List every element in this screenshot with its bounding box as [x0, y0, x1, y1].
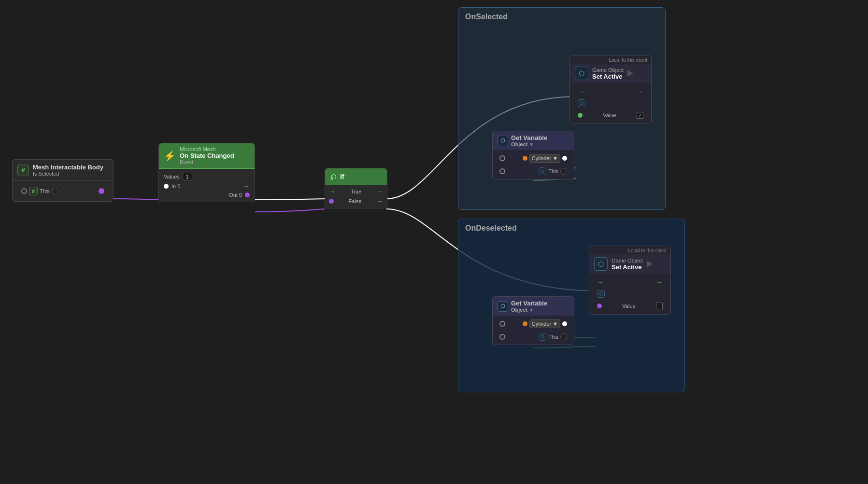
setactive1-out-arrow: →	[637, 88, 643, 96]
getvar1-cylinder-label: Cylinder	[532, 155, 551, 161]
getvar1-port1	[499, 155, 505, 161]
getvar2-cylinder-label: Cylinder	[532, 321, 551, 327]
setactive1-play	[627, 70, 633, 77]
if-true-left-arrow: →	[329, 188, 336, 195]
if-title: If	[340, 173, 344, 180]
mesh-this-label: This	[40, 188, 50, 194]
ondeselected-setactive-header: ⬡ Game Object Set Active	[589, 254, 670, 274]
if-false-right-arrow: →	[376, 197, 383, 205]
setactive1-obj-icon: ⬡	[578, 99, 585, 107]
getvar-icon-2: ⬡	[498, 301, 508, 312]
setactive2-value-label: Value	[622, 303, 635, 309]
msm-arrow-right: →	[243, 182, 250, 190]
getvar1-type: Object	[511, 141, 527, 147]
getvar2-this-dot	[560, 333, 567, 340]
onselected-setactive-node: Local to this client ⬡ Game Object Set A…	[569, 55, 652, 124]
mesh-this-dot	[52, 188, 58, 194]
setactive1-label2: Set Active	[592, 73, 624, 80]
getvar1-this-label: This	[548, 168, 558, 174]
if-true-right-arrow: →	[376, 188, 383, 195]
setactive2-purple-port	[597, 304, 602, 308]
setactive1-label1: Game Object	[592, 67, 624, 73]
mesh-interactable-header: # Mesh Interactable Body Is Selected	[13, 160, 113, 181]
getvar1-port2	[499, 168, 505, 174]
getvar1-dropdown-arrow[interactable]: ▼	[529, 142, 534, 147]
setactive2-obj-icon: ⬡	[597, 290, 605, 298]
getvar2-port2	[499, 334, 505, 340]
refresh-icon: ↻	[330, 171, 337, 182]
mesh-subtitle: Is Selected	[33, 171, 103, 177]
microsoft-mesh-node: ⚡ Microsoft Mesh On State Changed Event …	[158, 143, 255, 202]
getvar2-dropdown-arrow[interactable]: ▼	[529, 307, 534, 313]
msm-subtitle: Event	[180, 159, 234, 165]
ondeselected-local-label: Local to this client	[589, 246, 670, 254]
getvar2-body: Cylinder ▼ ⬡ This	[493, 316, 574, 345]
setactive2-label2: Set Active	[612, 263, 643, 271]
getvar1-white-port	[562, 156, 567, 161]
values-count: 1	[183, 173, 192, 180]
msm-in-label: In 0	[171, 183, 180, 189]
mesh-interactable-node: # Mesh Interactable Body Is Selected # T…	[12, 159, 114, 202]
if-false-label: False	[349, 198, 362, 204]
msm-in-port	[164, 184, 169, 189]
ondeselected-getvar-node: ⬡ Get Variable Object ▼	[492, 296, 574, 345]
mesh-out-port	[99, 188, 104, 194]
setactive2-out-arrow: →	[656, 278, 663, 286]
msm-body: Values 1 In 0 → Out 0	[159, 169, 255, 202]
lightning-icon: ⚡	[164, 150, 176, 162]
setactive1-body: → → ⬡ Value ✓	[570, 83, 651, 124]
onselected-getvar-header: ⬡ Get Variable Object ▼	[493, 131, 574, 150]
setactive2-checkbox[interactable]	[656, 303, 663, 309]
getvar2-cylinder-arrow: ▼	[553, 321, 558, 327]
mesh-in-port	[21, 188, 27, 194]
onselected-label: OnSelected	[458, 8, 665, 26]
setactive1-in-arrow: →	[578, 88, 584, 96]
if-node: ↻ If → True → False →	[325, 168, 387, 208]
getvar1-cylinder-arrow: ▼	[553, 155, 558, 161]
getvar2-box-icon: ⬡	[539, 333, 546, 341]
setactive2-play	[647, 261, 653, 267]
getvar2-orange-port	[523, 321, 527, 326]
if-true-label: True	[351, 189, 361, 194]
setactive2-body: → → ⬡ Value	[589, 274, 670, 314]
onselected-local-label: Local to this client	[570, 55, 651, 64]
ondeselected-setactive-node: Local to this client ⬡ Game Object Set A…	[589, 246, 671, 315]
setactive1-value-label: Value	[603, 112, 616, 118]
if-header: ↻ If	[325, 168, 387, 185]
getvar1-title: Get Variable	[511, 134, 547, 141]
getvar2-cylinder-dropdown[interactable]: Cylinder ▼	[529, 319, 560, 328]
onselected-setactive-header: ⬡ Game Object Set Active	[570, 64, 651, 83]
getvar-icon-1: ⬡	[498, 136, 508, 146]
getvar2-this-label: This	[548, 334, 558, 340]
values-label: Values	[164, 174, 180, 180]
ondeselected-getvar-header: ⬡ Get Variable Object ▼	[493, 297, 574, 316]
onselected-getvar-node: ⬡ Get Variable Object ▼	[492, 131, 574, 180]
setactive1-checkbox[interactable]: ✓	[637, 112, 643, 119]
setactive1-green-port	[578, 113, 583, 118]
getvar1-orange-port	[523, 156, 527, 161]
microsoft-mesh-header: ⚡ Microsoft Mesh On State Changed Event	[159, 143, 255, 169]
setactive1-icon: ⬡	[575, 67, 588, 80]
getvar1-this-dot	[560, 168, 567, 175]
getvar2-white-port	[562, 321, 567, 326]
ondeselected-container: OnDeselected ⬡ Get Variable Object ▼	[458, 219, 685, 392]
if-body: → True → False →	[325, 185, 387, 208]
onselected-container: OnSelected ⬡ Get Variable Object ▼	[458, 7, 666, 210]
getvar1-box-icon: ⬡	[539, 167, 546, 175]
hash-icon: #	[17, 165, 29, 176]
setactive2-icon: ⬡	[594, 257, 608, 271]
getvar2-type: Object	[511, 307, 527, 313]
setactive2-label1: Game Object	[612, 258, 643, 263]
msm-out-label: Out 0	[229, 192, 242, 198]
company-label: Microsoft Mesh	[180, 146, 234, 152]
mesh-this-icon: #	[29, 187, 38, 195]
mesh-title: Mesh Interactable Body	[33, 164, 103, 171]
getvar2-port1	[499, 321, 505, 327]
if-false-port	[329, 199, 334, 204]
setactive2-in-arrow: →	[597, 278, 604, 286]
msm-title: On State Changed	[180, 152, 234, 159]
getvar1-body: Cylinder ▼ ⬡ This	[493, 150, 574, 179]
mesh-body: # This	[13, 181, 113, 201]
getvar1-cylinder-dropdown[interactable]: Cylinder ▼	[529, 154, 560, 163]
ondeselected-label: OnDeselected	[458, 219, 684, 237]
